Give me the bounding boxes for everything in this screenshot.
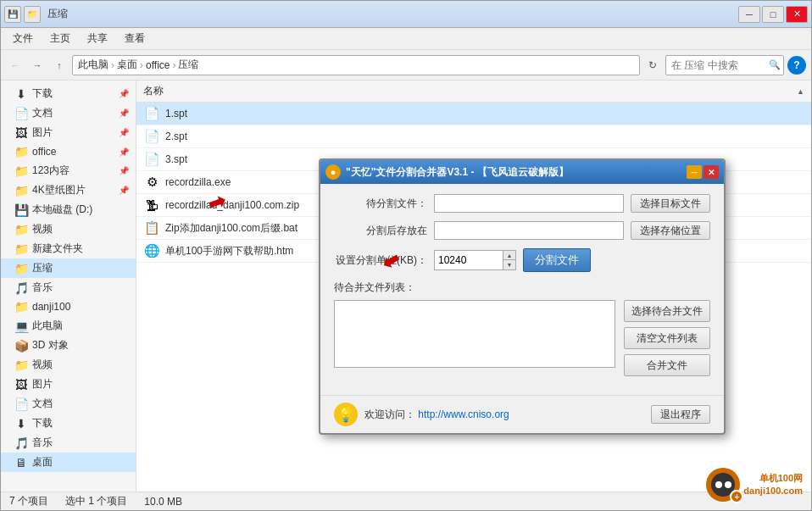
- dialog-minimize-button[interactable]: ─: [687, 165, 702, 179]
- refresh-button[interactable]: ↻: [643, 56, 662, 75]
- sidebar-item-newfolder[interactable]: 📁 新建文件夹: [1, 239, 136, 258]
- footer-link[interactable]: http://www.cniso.org: [418, 408, 509, 420]
- sidebar-item-thispc[interactable]: 💻 此电脑: [1, 316, 136, 336]
- split-file-button[interactable]: 分割文件: [523, 248, 591, 272]
- sidebar-item-pics[interactable]: 🖼 图片 📌: [1, 123, 136, 142]
- folder-icon: 📁: [14, 242, 28, 256]
- sidebar-item-label: 下载: [32, 416, 53, 430]
- watermark-line2: danji100.com: [743, 485, 803, 497]
- address-bar[interactable]: 此电脑 › 桌面 › office › 压缩: [72, 55, 640, 75]
- merge-file-button[interactable]: 合并文件: [624, 354, 710, 376]
- title-bar: 💾 📁 压缩 ─ □ ✕: [1, 1, 811, 28]
- menu-file[interactable]: 文件: [4, 29, 42, 48]
- sidebar-item-download[interactable]: ⬇ 下载 📌: [1, 84, 136, 103]
- compress-icon: 📁: [14, 262, 28, 275]
- sidebar-item-desktop[interactable]: 🖥 桌面: [1, 453, 136, 472]
- sidebar-item-compress[interactable]: 📁 压缩: [1, 258, 136, 278]
- sidebar-item-music[interactable]: 🎵 音乐: [1, 278, 136, 297]
- menu-home[interactable]: 主页: [42, 29, 79, 48]
- eye-right: [725, 481, 731, 488]
- sidebar-item-123[interactable]: 📁 123内容 📌: [1, 161, 136, 181]
- file-list-header: 名称 ▲: [136, 81, 811, 103]
- exit-button[interactable]: 退出程序: [651, 405, 710, 424]
- table-row[interactable]: 📄 2.spt: [136, 125, 811, 148]
- breadcrumb-desktop[interactable]: 桌面: [117, 58, 137, 72]
- pin-icon: 📌: [119, 128, 129, 137]
- sidebar-item-pics2[interactable]: 🖼 图片: [1, 375, 136, 394]
- breadcrumb-current[interactable]: 压缩: [178, 58, 198, 72]
- sidebar-item-docs[interactable]: 📄 文档 📌: [1, 103, 136, 123]
- maximize-button[interactable]: □: [762, 6, 784, 23]
- merge-buttons: 选择待合并文件 清空文件列表 合并文件: [624, 300, 710, 376]
- dest-input[interactable]: [434, 221, 624, 240]
- file-icon: 🗜: [143, 197, 160, 214]
- sidebar-item-label: 123内容: [32, 164, 70, 178]
- select-merge-button[interactable]: 选择待合并文件: [624, 300, 710, 322]
- back-button[interactable]: ←: [6, 56, 25, 75]
- footer-url: 欢迎访问： http://www.cniso.org: [364, 408, 644, 422]
- title-bar-icon-save[interactable]: 💾: [4, 6, 21, 23]
- minimize-button[interactable]: ─: [738, 6, 760, 23]
- select-source-button[interactable]: 选择目标文件: [631, 194, 710, 213]
- sidebar-item-label: danji100: [32, 301, 70, 313]
- music-icon: 🎵: [14, 281, 28, 295]
- menu-view[interactable]: 查看: [116, 29, 153, 48]
- size-spinner: ▲ ▼: [503, 251, 515, 269]
- folder-icon: 📁: [14, 358, 28, 372]
- up-button[interactable]: ↑: [50, 56, 69, 75]
- file-icon: 📄: [143, 128, 160, 145]
- sidebar-item-office[interactable]: 📁 office 📌: [1, 142, 136, 161]
- sidebar-item-label: office: [32, 146, 56, 158]
- sidebar-item-video[interactable]: 📁 视频: [1, 219, 136, 239]
- breadcrumb: 此电脑 › 桌面 › office › 压缩: [78, 58, 198, 72]
- item-count: 7 个项目: [9, 494, 48, 508]
- search-input[interactable]: [665, 55, 784, 75]
- bulb-icon: 💡: [334, 403, 358, 426]
- title-bar-controls: ─ □ ✕: [738, 6, 808, 23]
- sidebar-item-video2[interactable]: 📁 视频: [1, 355, 136, 375]
- menu-bar: 文件 主页 共享 查看: [1, 28, 811, 50]
- spinner-down-button[interactable]: ▼: [503, 260, 515, 269]
- merge-list-box[interactable]: [334, 300, 615, 368]
- sidebar-item-label: 本地磁盘 (D:): [32, 203, 92, 217]
- source-file-row: 待分割文件： 选择目标文件: [334, 194, 710, 213]
- office-icon: 📁: [14, 145, 28, 158]
- menu-share[interactable]: 共享: [79, 29, 116, 48]
- file-icon: 📄: [143, 105, 160, 122]
- 3d-icon: 📦: [14, 339, 28, 353]
- dialog-title-icon: ●: [325, 164, 341, 180]
- table-row[interactable]: 📄 1.spt: [136, 103, 811, 125]
- explorer-window: 💾 📁 压缩 ─ □ ✕ 文件 主页 共享 查看 ← → ↑ 此电脑 › 桌面 …: [0, 0, 812, 511]
- source-input[interactable]: [434, 194, 624, 213]
- file-name: 1.spt: [165, 108, 804, 119]
- title-bar-icon-folder[interactable]: 📁: [24, 6, 41, 23]
- spinner-up-button[interactable]: ▲: [503, 251, 515, 260]
- breadcrumb-office[interactable]: office: [146, 59, 170, 71]
- help-button[interactable]: ?: [787, 56, 806, 75]
- breadcrumb-computer[interactable]: 此电脑: [78, 58, 108, 72]
- column-name: 名称: [143, 84, 797, 98]
- sidebar-item-danji100[interactable]: 📁 danji100: [1, 297, 136, 316]
- sidebar-item-3d[interactable]: 📦 3D 对象: [1, 336, 136, 355]
- dialog-footer: 💡 欢迎访问： http://www.cniso.org 退出程序: [320, 395, 724, 433]
- status-bar: 7 个项目 选中 1 个项目 10.0 MB: [1, 492, 811, 510]
- file-icon: ⚙: [143, 174, 160, 191]
- explorer-inner: ⬇ 下载 📌 📄 文档 📌 🖼 图片 📌 📁 office: [1, 81, 811, 510]
- size-input[interactable]: [435, 251, 503, 269]
- dialog-close-button[interactable]: ✕: [704, 165, 719, 179]
- pin-icon: 📌: [119, 166, 129, 175]
- footer-text: 欢迎访问：: [364, 408, 415, 420]
- select-dest-button[interactable]: 选择存储位置: [631, 221, 710, 240]
- sidebar-item-music2[interactable]: 🎵 音乐: [1, 433, 136, 453]
- forward-button[interactable]: →: [28, 56, 47, 75]
- folder-icon: 📁: [14, 184, 28, 197]
- sidebar-item-localdisk[interactable]: 💾 本地磁盘 (D:): [1, 200, 136, 219]
- music2-icon: 🎵: [14, 436, 28, 450]
- sidebar-item-docs2[interactable]: 📄 文档: [1, 394, 136, 414]
- sidebar-item-label: 文档: [32, 106, 53, 120]
- size-input-wrapper: ▲ ▼: [434, 250, 516, 270]
- clear-list-button[interactable]: 清空文件列表: [624, 327, 710, 349]
- close-button[interactable]: ✕: [786, 6, 808, 23]
- sidebar-item-wallpaper[interactable]: 📁 4K壁纸图片 📌: [1, 181, 136, 200]
- sidebar-item-download2[interactable]: ⬇ 下载: [1, 414, 136, 433]
